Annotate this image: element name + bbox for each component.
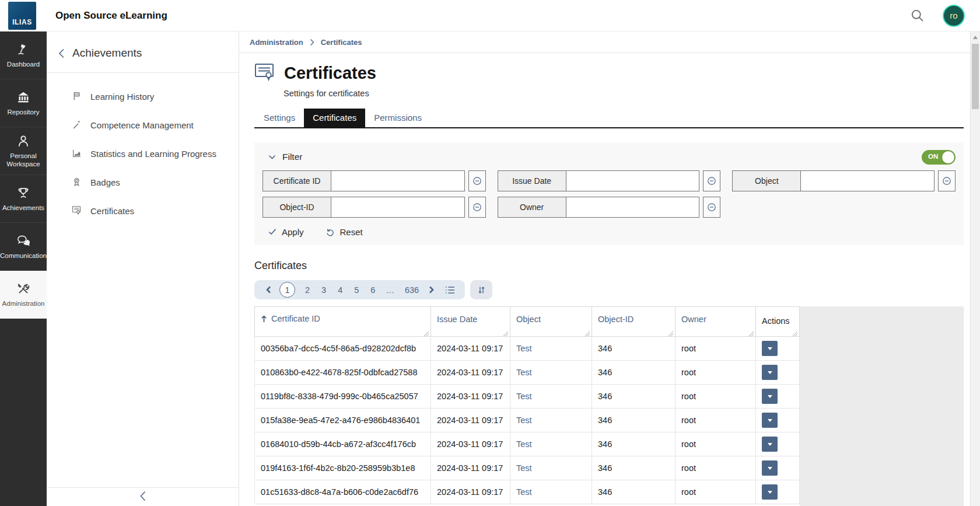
sort-by-object-id[interactable]: Object-ID (598, 315, 634, 324)
cell-owner: root (676, 480, 756, 504)
reset-button[interactable]: Reset (326, 227, 363, 237)
breadcrumb-certificates[interactable]: Certificates (321, 38, 362, 47)
table-empty-area (800, 306, 964, 506)
sidebar-item-badges[interactable]: Badges (47, 168, 239, 197)
row-actions-dropdown[interactable] (762, 365, 778, 380)
column-resize-handle[interactable] (424, 329, 429, 335)
page-5-button[interactable]: 5 (348, 285, 365, 295)
column-header-actions: Actions (756, 307, 800, 337)
caret-down-icon (768, 491, 772, 494)
chevron-left-icon[interactable] (58, 48, 65, 58)
object-link[interactable]: Test (516, 439, 532, 449)
sort-by-certificate-id[interactable]: Certificate ID (261, 314, 320, 323)
sidebar-item-statistics[interactable]: Statistics and Learning Progress (47, 139, 239, 168)
sidebar-item-competence-management[interactable]: Competence Management (47, 111, 239, 139)
page-3-button[interactable]: 3 (316, 285, 332, 295)
page-4-button[interactable]: 4 (332, 285, 348, 295)
cell-certificate-id: 015fa38e-9ea5-47e2-a476-e986b4836401 (255, 409, 431, 432)
object-link[interactable]: Test (516, 416, 532, 425)
column-resize-handle[interactable] (792, 329, 798, 335)
owner-input[interactable] (566, 197, 700, 218)
object-input[interactable] (801, 170, 935, 191)
scrollbar-thumb[interactable] (972, 44, 979, 109)
rail-item-dashboard[interactable]: Dashboard (0, 32, 47, 79)
rail-item-communication[interactable]: Communication (0, 223, 47, 271)
tab-permissions[interactable]: Permissions (365, 109, 430, 127)
filter-on-toggle[interactable]: ON (922, 150, 956, 165)
table-row: 01c51633-d8c8-4a7a-b606-c0de2ac6df76 202… (255, 480, 800, 504)
page-2-button[interactable]: 2 (299, 285, 316, 295)
chevron-down-icon (268, 155, 276, 160)
sidebar-item-learning-history[interactable]: Learning History (47, 82, 239, 111)
sidebar-collapse-button[interactable] (47, 487, 239, 506)
breadcrumb-administration[interactable]: Administration (250, 38, 303, 47)
cell-actions (756, 361, 800, 385)
filter-collapse-toggle[interactable]: Filter (262, 152, 302, 162)
page-1-button-current[interactable]: 1 (279, 282, 295, 298)
sort-by-issue-date[interactable]: Issue Date (437, 315, 477, 324)
row-actions-dropdown[interactable] (762, 413, 778, 428)
apply-label: Apply (282, 227, 304, 237)
apply-button[interactable]: Apply (268, 227, 304, 237)
page-subtitle: Settings for certificates (284, 89, 964, 98)
row-actions-dropdown[interactable] (762, 437, 778, 452)
object-link[interactable]: Test (516, 368, 532, 377)
rail-item-achievements[interactable]: Achievements (0, 175, 47, 223)
chart-icon (72, 148, 82, 160)
object-link[interactable]: Test (516, 487, 532, 497)
remove-filter-button[interactable] (468, 170, 486, 191)
row-actions-dropdown[interactable] (762, 389, 778, 404)
row-actions-dropdown[interactable] (762, 484, 778, 500)
sort-by-owner[interactable]: Owner (681, 315, 706, 324)
previous-page-button[interactable] (262, 286, 275, 294)
sort-by-object[interactable]: Object (516, 315, 541, 324)
avatar-initials: ro (950, 11, 957, 20)
remove-filter-button[interactable] (703, 170, 720, 191)
search-icon[interactable] (909, 8, 925, 23)
cell-object-id: 346 (592, 432, 676, 456)
certificate-id-input[interactable] (331, 170, 465, 191)
vertical-scrollbar[interactable] (970, 32, 980, 506)
column-label: Object (516, 315, 541, 324)
rail-item-personal-workspace[interactable]: Personal Workspace (0, 127, 47, 175)
remove-filter-button[interactable] (468, 197, 486, 218)
column-label: Owner (681, 315, 706, 324)
caret-down-icon (768, 395, 772, 398)
object-link[interactable]: Test (516, 463, 532, 473)
table-row: 010863b0-e422-4678-825f-0dbfcad27588 202… (255, 361, 800, 385)
filter-actions: Apply Reset (262, 225, 956, 239)
object-link[interactable]: Test (516, 392, 532, 401)
sidebar-item-certificates[interactable]: Certificates (47, 197, 239, 225)
tab-certificates[interactable]: Certificates (304, 109, 365, 127)
rail-item-repository[interactable]: Repository (0, 79, 47, 127)
row-actions-dropdown[interactable] (762, 341, 778, 356)
row-actions-dropdown[interactable] (762, 460, 778, 476)
avatar[interactable]: ro (943, 5, 965, 27)
cell-owner: root (676, 337, 756, 361)
rail-item-administration[interactable]: Administration (0, 271, 47, 319)
page-636-button[interactable]: 636 (399, 285, 425, 295)
object-id-input[interactable] (331, 197, 465, 218)
rail-item-label: Communication (0, 252, 48, 260)
object-link[interactable]: Test (516, 344, 532, 353)
column-resize-handle[interactable] (748, 329, 754, 335)
rail-item-label: Repository (6, 108, 41, 116)
issue-date-input[interactable] (566, 170, 700, 191)
sort-order-button[interactable] (470, 280, 492, 299)
tab-settings[interactable]: Settings (255, 109, 304, 127)
scroll-up-arrow[interactable] (973, 36, 978, 39)
next-page-button[interactable] (425, 286, 438, 294)
filter-fields: Certificate ID Issue Date Object (262, 170, 956, 218)
sort-ascending-icon (261, 315, 267, 323)
page-6-button[interactable]: 6 (365, 285, 381, 295)
cell-object-id: 346 (592, 456, 676, 480)
column-resize-handle[interactable] (668, 329, 674, 335)
badge-icon (72, 177, 82, 189)
ilias-logo[interactable]: ILIAS (8, 2, 36, 30)
remove-filter-button[interactable] (703, 197, 720, 218)
column-resize-handle[interactable] (503, 329, 509, 335)
column-resize-handle[interactable] (584, 329, 590, 335)
rows-per-page-button[interactable] (438, 286, 457, 294)
remove-filter-button[interactable] (938, 170, 956, 191)
cell-actions (756, 337, 800, 361)
